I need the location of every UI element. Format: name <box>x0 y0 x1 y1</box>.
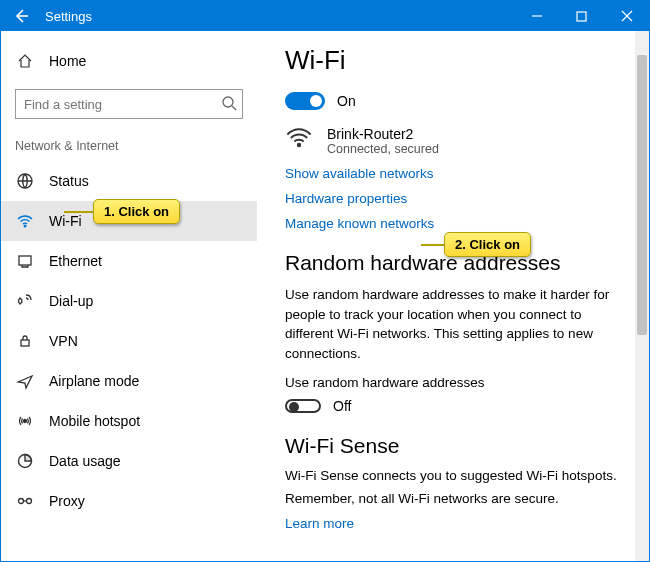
link-hardware-properties[interactable]: Hardware properties <box>285 191 623 206</box>
status-icon <box>15 171 35 191</box>
sidebar-home[interactable]: Home <box>1 43 257 79</box>
wifi-toggle-label: On <box>337 93 356 109</box>
ethernet-icon <box>15 251 35 271</box>
sidebar-item-proxy[interactable]: Proxy <box>1 481 257 521</box>
sidebar-item-airplane[interactable]: Airplane mode <box>1 361 257 401</box>
sidebar-item-hotspot[interactable]: Mobile hotspot <box>1 401 257 441</box>
sidebar-item-vpn[interactable]: VPN <box>1 321 257 361</box>
svg-rect-0 <box>577 12 586 21</box>
airplane-icon <box>15 371 35 391</box>
search-wrap <box>15 89 243 119</box>
svg-point-9 <box>27 499 32 504</box>
link-manage-known-networks[interactable]: Manage known networks <box>285 216 623 231</box>
link-show-available-networks[interactable]: Show available networks <box>285 166 623 181</box>
sidebar-home-label: Home <box>49 53 86 69</box>
current-network[interactable]: Brink-Router2 Connected, secured <box>285 126 623 156</box>
window-controls <box>514 1 649 31</box>
callout-line-1 <box>64 211 94 213</box>
wifi-toggle[interactable] <box>285 92 325 110</box>
maximize-icon <box>576 11 587 22</box>
link-learn-more[interactable]: Learn more <box>285 516 623 531</box>
sidebar-item-label: Airplane mode <box>49 373 139 389</box>
arrow-left-icon <box>13 8 29 24</box>
svg-point-8 <box>19 499 24 504</box>
wifi-toggle-row: On <box>285 92 623 110</box>
window-title: Settings <box>45 9 92 24</box>
sidebar-item-ethernet[interactable]: Ethernet <box>1 241 257 281</box>
random-toggle-row: Off <box>285 398 623 414</box>
sidebar: Home Network & Internet Status Wi-Fi <box>1 31 257 561</box>
dialup-icon <box>15 291 35 311</box>
annotation-2: 2. Click on <box>444 232 531 257</box>
sidebar-item-label: Wi-Fi <box>49 213 82 229</box>
maximize-button[interactable] <box>559 1 604 31</box>
network-status: Connected, secured <box>327 142 439 156</box>
network-name: Brink-Router2 <box>327 126 439 142</box>
sidebar-item-status[interactable]: Status <box>1 161 257 201</box>
wifi-sense-line2: Remember, not all Wi-Fi networks are sec… <box>285 491 623 506</box>
callout-line-2 <box>421 244 445 246</box>
body: Home Network & Internet Status Wi-Fi <box>1 31 649 561</box>
sidebar-item-label: Data usage <box>49 453 121 469</box>
close-icon <box>621 10 633 22</box>
minimize-button[interactable] <box>514 1 559 31</box>
home-icon <box>15 53 35 69</box>
minimize-icon <box>531 10 543 22</box>
svg-rect-4 <box>19 256 31 265</box>
wifi-icon <box>15 211 35 231</box>
content[interactable]: Wi-Fi On Brink-Router2 Connected, secure… <box>257 31 649 561</box>
wifi-signal-icon <box>285 126 313 150</box>
proxy-icon <box>15 491 35 511</box>
content-wrap: Wi-Fi On Brink-Router2 Connected, secure… <box>257 31 649 561</box>
section-random-body: Use random hardware addresses to make it… <box>285 285 623 363</box>
back-button[interactable] <box>1 1 41 31</box>
hotspot-icon <box>15 411 35 431</box>
random-toggle-label: Off <box>333 398 351 414</box>
close-button[interactable] <box>604 1 649 31</box>
scrollbar[interactable] <box>635 31 649 561</box>
section-wifi-sense-title: Wi-Fi Sense <box>285 434 623 458</box>
svg-rect-5 <box>21 340 29 346</box>
sidebar-item-data[interactable]: Data usage <box>1 441 257 481</box>
sidebar-item-label: Dial-up <box>49 293 93 309</box>
svg-point-10 <box>298 144 301 147</box>
sidebar-item-label: VPN <box>49 333 78 349</box>
sidebar-item-label: Ethernet <box>49 253 102 269</box>
sidebar-section-label: Network & Internet <box>1 135 257 161</box>
scrollbar-thumb[interactable] <box>637 55 647 335</box>
wifi-sense-line1: Wi-Fi Sense connects you to suggested Wi… <box>285 468 623 483</box>
page-title: Wi-Fi <box>285 45 623 76</box>
vpn-icon <box>15 331 35 351</box>
annotation-1: 1. Click on <box>93 199 180 224</box>
data-usage-icon <box>15 451 35 471</box>
random-toggle-caption: Use random hardware addresses <box>285 375 623 390</box>
sidebar-item-label: Mobile hotspot <box>49 413 140 429</box>
svg-point-3 <box>24 225 26 227</box>
sidebar-item-label: Status <box>49 173 89 189</box>
titlebar: Settings <box>1 1 649 31</box>
search-input[interactable] <box>15 89 243 119</box>
svg-point-6 <box>24 420 27 423</box>
sidebar-item-dialup[interactable]: Dial-up <box>1 281 257 321</box>
sidebar-item-label: Proxy <box>49 493 85 509</box>
settings-window: Settings Home <box>0 0 650 562</box>
random-toggle[interactable] <box>285 399 321 413</box>
